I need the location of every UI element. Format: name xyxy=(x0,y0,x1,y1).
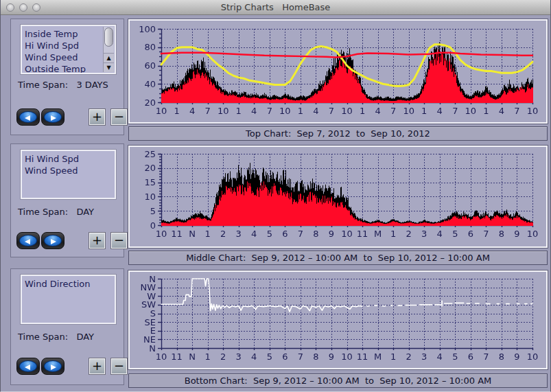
nav-button-row: + − xyxy=(15,358,125,376)
forward-button[interactable] xyxy=(41,358,65,375)
forward-button[interactable] xyxy=(41,108,65,126)
top-chart-control-panel: Inside Temp Hi Wind Spd Wind Speed Outsi… xyxy=(10,19,124,135)
right-arrow-icon xyxy=(44,360,62,372)
list-item[interactable]: Wind Speed xyxy=(25,51,112,63)
window-title: Strip Charts HomeBase xyxy=(1,2,550,12)
list-item[interactable]: Hi Wind Spd xyxy=(25,153,112,165)
list-scrollbar[interactable]: ▲ ▼ xyxy=(103,27,114,72)
left-arrow-icon xyxy=(19,360,37,372)
time-span-value: DAY xyxy=(76,207,94,217)
middle-chart-box xyxy=(128,146,548,248)
right-arrow-icon xyxy=(44,111,62,123)
nav-button-row: + − xyxy=(15,108,125,126)
strip-charts-window: Strip Charts HomeBase Inside Temp Hi Win… xyxy=(0,0,551,392)
zoom-in-button[interactable]: + xyxy=(89,109,105,125)
time-span-value: DAY xyxy=(76,332,94,342)
top-chart-box xyxy=(128,19,548,124)
list-item[interactable]: Inside Temp xyxy=(25,28,112,40)
zoom-out-button[interactable]: − xyxy=(111,109,127,125)
time-span-label: Time Span: xyxy=(18,207,68,217)
right-arrow-icon xyxy=(44,235,62,246)
scrollbar-thumb[interactable] xyxy=(104,27,113,47)
nav-button-row: + − xyxy=(15,232,125,250)
time-span-row: Time Span: DAY xyxy=(18,207,94,217)
zoom-in-button[interactable]: + xyxy=(89,358,105,374)
time-span-label: Time Span: xyxy=(18,80,68,90)
scroll-up-icon[interactable]: ▲ xyxy=(104,53,114,62)
list-item[interactable]: Hi Wind Spd xyxy=(25,40,112,51)
back-button[interactable] xyxy=(16,232,40,249)
zoom-in-button[interactable]: + xyxy=(89,233,105,249)
top-chart-caption: Top Chart: Sep 7, 2012 to Sep 10, 2012 xyxy=(128,126,548,141)
back-button[interactable] xyxy=(16,358,40,375)
top-chart-canvas xyxy=(130,21,546,122)
left-arrow-icon xyxy=(19,111,37,123)
time-span-label: Time Span: xyxy=(18,332,68,342)
time-span-row: Time Span: 3 DAYS xyxy=(18,80,108,90)
middle-chart-control-panel: Hi Wind Spd Wind Speed Time Span: DAY + … xyxy=(10,143,124,257)
middle-chart-canvas xyxy=(130,147,546,246)
forward-button[interactable] xyxy=(41,232,65,249)
time-span-row: Time Span: DAY xyxy=(18,332,94,342)
bottom-chart-box xyxy=(128,270,548,369)
left-arrow-icon xyxy=(19,235,37,246)
middle-series-list[interactable]: Hi Wind Spd Wind Speed xyxy=(21,150,116,199)
top-series-list[interactable]: Inside Temp Hi Wind Spd Wind Speed Outsi… xyxy=(21,25,116,74)
bottom-chart-control-panel: Wind Direction Time Span: DAY + − xyxy=(10,268,124,385)
list-item[interactable]: Wind Speed xyxy=(25,165,112,176)
bottom-chart-canvas xyxy=(130,272,546,368)
scroll-down-icon[interactable]: ▼ xyxy=(104,62,114,72)
title-bar[interactable]: Strip Charts HomeBase xyxy=(1,0,550,15)
back-button[interactable] xyxy=(16,108,40,126)
list-item[interactable]: Wind Direction xyxy=(25,278,112,290)
zoom-out-button[interactable]: − xyxy=(111,233,127,249)
zoom-out-button[interactable]: − xyxy=(111,358,127,374)
bottom-series-list[interactable]: Wind Direction xyxy=(21,275,116,324)
bottom-chart-caption: Bottom Chart: Sep 9, 2012 – 10:00 AM to … xyxy=(128,373,548,388)
middle-chart-caption: Middle Chart: Sep 9, 2012 – 10:00 AM to … xyxy=(128,251,548,265)
list-item[interactable]: Outside Temp xyxy=(25,63,112,74)
time-span-value: 3 DAYS xyxy=(76,80,108,90)
